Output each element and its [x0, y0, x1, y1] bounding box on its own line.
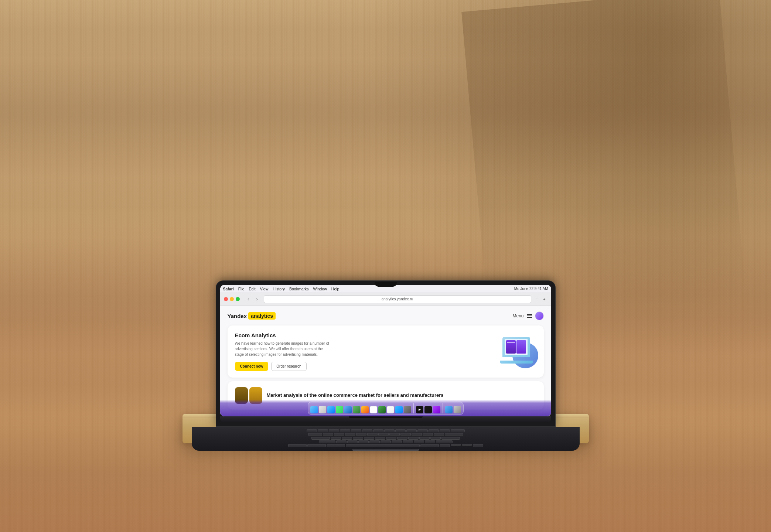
dock-podcasts[interactable] — [433, 406, 440, 413]
key[interactable] — [351, 429, 361, 432]
key[interactable] — [340, 429, 350, 432]
key[interactable] — [329, 429, 339, 432]
user-avatar[interactable] — [535, 311, 544, 320]
key[interactable] — [347, 440, 358, 443]
key[interactable] — [434, 433, 444, 436]
maximize-button[interactable] — [236, 297, 240, 301]
menubar-help[interactable]: Help — [331, 287, 340, 291]
forward-button[interactable]: › — [253, 296, 261, 303]
menubar-history[interactable]: History — [273, 287, 285, 291]
key[interactable] — [406, 429, 417, 432]
order-research-button[interactable]: Order research — [271, 362, 306, 371]
menu-label[interactable]: Menu — [512, 313, 523, 318]
key[interactable] — [345, 433, 355, 436]
key[interactable] — [353, 437, 363, 440]
key[interactable] — [419, 437, 430, 440]
key[interactable] — [400, 433, 411, 436]
dock-messages[interactable] — [336, 406, 343, 413]
dock-music[interactable] — [424, 406, 432, 413]
key[interactable] — [378, 433, 389, 436]
key-return[interactable] — [441, 437, 460, 440]
key[interactable] — [386, 437, 396, 440]
key[interactable] — [323, 433, 333, 436]
dock-facetime[interactable] — [378, 406, 386, 413]
key[interactable] — [408, 437, 419, 440]
key-ctrl[interactable] — [307, 444, 326, 447]
key[interactable] — [342, 437, 352, 440]
key[interactable] — [412, 433, 422, 436]
dock-maps[interactable] — [353, 406, 360, 413]
dock-reminders[interactable] — [387, 406, 394, 413]
key[interactable] — [375, 437, 385, 440]
key[interactable] — [392, 440, 402, 443]
menubar-edit[interactable]: Edit — [249, 287, 256, 291]
key-up[interactable] — [451, 444, 461, 446]
key[interactable] — [334, 433, 344, 436]
trackpad[interactable] — [352, 449, 419, 451]
key-tab[interactable] — [308, 433, 322, 436]
key[interactable] — [397, 437, 407, 440]
connect-now-button[interactable]: Connect now — [235, 362, 269, 371]
dock-folder[interactable] — [445, 406, 453, 413]
key[interactable] — [440, 429, 450, 432]
key[interactable] — [318, 429, 328, 432]
key[interactable] — [403, 440, 413, 443]
menubar-view[interactable]: View — [260, 287, 269, 291]
back-button[interactable]: ‹ — [245, 296, 252, 303]
close-button[interactable] — [224, 297, 228, 301]
menubar-file[interactable]: File — [238, 287, 245, 291]
key-fn[interactable] — [288, 444, 307, 447]
key-shift-l[interactable] — [319, 440, 335, 443]
key[interactable] — [430, 437, 441, 440]
key-caps[interactable] — [311, 437, 330, 440]
key-delete[interactable] — [451, 429, 465, 432]
address-bar[interactable]: analytics.yandex.ru — [264, 295, 531, 303]
key[interactable] — [417, 429, 428, 432]
key-left[interactable] — [440, 444, 450, 447]
dock-appletv[interactable]: ▶ — [416, 406, 423, 413]
hamburger-icon[interactable] — [527, 314, 532, 318]
dock-trash[interactable] — [454, 406, 461, 413]
key[interactable] — [381, 440, 391, 443]
dock-appstore[interactable] — [395, 406, 403, 413]
key[interactable] — [331, 437, 341, 440]
key[interactable] — [364, 437, 374, 440]
card-description: We have learned how to generate images f… — [235, 341, 331, 357]
key[interactable] — [369, 440, 380, 443]
key[interactable] — [362, 429, 372, 432]
key-right[interactable] — [473, 444, 483, 447]
key[interactable] — [384, 429, 395, 432]
key[interactable] — [423, 433, 433, 436]
key[interactable] — [395, 429, 406, 432]
key[interactable] — [358, 440, 369, 443]
key-down[interactable] — [462, 444, 472, 446]
minimize-button[interactable] — [230, 297, 234, 301]
dock-safari[interactable] — [327, 406, 335, 413]
key[interactable] — [429, 429, 439, 432]
dock-photos[interactable] — [361, 406, 369, 413]
share-icon[interactable]: ↑ — [534, 296, 540, 302]
dock-mail[interactable] — [344, 406, 352, 413]
key[interactable] — [414, 440, 424, 443]
key-space[interactable] — [346, 444, 420, 447]
key-return-top[interactable] — [445, 433, 463, 436]
dock-calendar[interactable] — [370, 406, 377, 413]
key[interactable] — [373, 429, 383, 432]
key[interactable] — [307, 429, 317, 432]
key[interactable] — [367, 433, 378, 436]
dock-finder[interactable] — [310, 406, 318, 413]
menubar-window[interactable]: Window — [313, 287, 327, 291]
key[interactable] — [336, 440, 347, 443]
add-tab-icon[interactable]: + — [542, 296, 547, 302]
key-cmd-r[interactable] — [420, 444, 439, 447]
key-shift-r[interactable] — [436, 440, 453, 443]
key-option[interactable] — [327, 444, 345, 447]
menubar-app-name[interactable]: Safari — [223, 287, 234, 291]
key[interactable] — [356, 433, 366, 436]
dock-launchpad[interactable] — [319, 406, 326, 413]
browser-actions: ↑ + — [534, 296, 547, 302]
key[interactable] — [425, 440, 435, 443]
key[interactable] — [389, 433, 400, 436]
menubar-bookmarks[interactable]: Bookmarks — [289, 287, 309, 291]
dock-settings[interactable] — [404, 406, 411, 413]
